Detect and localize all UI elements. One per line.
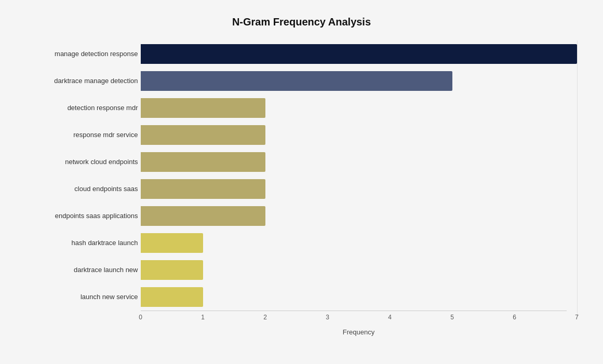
bar-track [141, 124, 577, 146]
bar-fill [141, 152, 265, 172]
x-axis-line [141, 311, 567, 311]
bar-row: network cloud endpoints [141, 149, 577, 176]
bar-fill [141, 125, 265, 145]
bar-label: cloud endpoints saas [26, 185, 138, 193]
bar-fill [141, 206, 265, 226]
bar-label: network cloud endpoints [26, 158, 138, 166]
bar-fill [141, 44, 577, 64]
bar-fill [141, 98, 265, 118]
bar-row: cloud endpoints saas [141, 176, 577, 203]
bar-row: response mdr service [141, 122, 577, 149]
chart-area: manage detection responsedarktrace manag… [26, 41, 577, 336]
x-tick: 3 [326, 314, 329, 321]
x-axis-label: Frequency [343, 328, 374, 359]
bar-fill [141, 233, 203, 253]
bar-row: manage detection response [141, 41, 577, 68]
grid-line [577, 41, 578, 316]
bar-row: darktrace manage detection [141, 68, 577, 95]
bar-label: manage detection response [26, 50, 138, 58]
x-tick: 2 [263, 314, 267, 321]
x-tick: 4 [388, 314, 392, 321]
bar-label: launch new service [26, 293, 138, 301]
bar-track [141, 232, 577, 254]
chart-title: N-Gram Frequency Analysis [26, 16, 577, 28]
x-tick: 1 [201, 314, 205, 321]
bar-label: endpoints saas applications [26, 212, 138, 220]
bar-fill [141, 71, 452, 91]
bar-track [141, 259, 577, 281]
bar-track [141, 70, 577, 92]
x-tick: 7 [575, 314, 579, 321]
bar-label: darktrace launch new [26, 266, 138, 274]
bar-track [141, 286, 577, 308]
bar-row: detection response mdr [141, 95, 577, 122]
bar-row: endpoints saas applications [141, 203, 577, 230]
bar-track [141, 205, 577, 227]
x-tick: 0 [139, 314, 142, 321]
bar-fill [141, 287, 203, 307]
bar-label: response mdr service [26, 131, 138, 139]
bar-label: hash darktrace launch [26, 239, 138, 247]
bar-track [141, 43, 577, 65]
bar-row: hash darktrace launch [141, 230, 577, 257]
bar-label: darktrace manage detection [26, 77, 138, 85]
x-axis: 01234567 [141, 311, 567, 326]
x-tick: 5 [450, 314, 454, 321]
bar-row: launch new service [141, 284, 577, 311]
bar-fill [141, 260, 203, 280]
bar-label: detection response mdr [26, 104, 138, 112]
bar-track [141, 178, 577, 200]
bar-fill [141, 179, 265, 199]
bar-track [141, 97, 577, 119]
x-tick: 6 [513, 314, 516, 321]
bar-track [141, 151, 577, 173]
bar-row: darktrace launch new [141, 257, 577, 284]
chart-inner: manage detection responsedarktrace manag… [26, 41, 577, 342]
chart-container: N-Gram Frequency Analysis manage detecti… [16, 6, 587, 359]
